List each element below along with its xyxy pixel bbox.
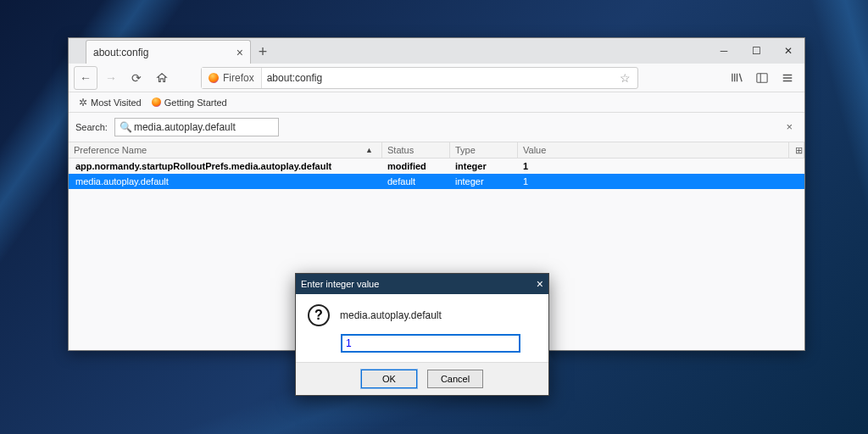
cell-name: media.autoplay.default	[69, 176, 382, 186]
sidebar-icon[interactable]	[750, 66, 774, 90]
bookmarks-toolbar: ✲ Most Visited Getting Started	[69, 92, 804, 113]
cell-type: integer	[450, 176, 518, 186]
column-picker-icon[interactable]: ⊞	[789, 142, 804, 158]
cancel-button[interactable]: Cancel	[427, 370, 483, 388]
integer-input[interactable]	[342, 335, 520, 352]
forward-button[interactable]: →	[99, 66, 123, 90]
cell-type: integer	[450, 161, 518, 171]
url-input[interactable]	[262, 72, 613, 84]
close-icon[interactable]: ×	[236, 46, 243, 59]
minimize-button[interactable]: ─	[708, 38, 740, 64]
dialog-titlebar[interactable]: Enter integer value ×	[296, 274, 548, 294]
url-bar[interactable]: Firefox ☆	[201, 67, 638, 89]
ok-button[interactable]: OK	[361, 370, 417, 388]
col-type[interactable]: Type	[450, 142, 518, 158]
col-status[interactable]: Status	[382, 142, 450, 158]
pref-row[interactable]: media.autoplay.defaultdefaultinteger1	[69, 174, 804, 189]
dialog-title: Enter integer value	[301, 279, 379, 289]
nav-toolbar: ← → ⟳ Firefox ☆	[69, 64, 804, 92]
new-tab-button[interactable]: +	[251, 40, 275, 64]
tab-strip: about:config × + ─ ☐ ✕	[69, 38, 804, 64]
cell-status: modified	[382, 161, 450, 171]
firefox-icon	[209, 73, 219, 83]
sort-asc-icon: ▲	[365, 146, 373, 154]
column-headers: Preference Name ▲ Status Type Value ⊞	[69, 142, 804, 159]
search-input[interactable]	[114, 118, 279, 136]
browser-tab[interactable]: about:config ×	[86, 40, 251, 64]
maximize-button[interactable]: ☐	[740, 38, 772, 64]
clear-search-icon[interactable]: ×	[786, 120, 793, 133]
window-controls: ─ ☐ ✕	[708, 38, 804, 64]
firefox-icon	[152, 97, 161, 107]
tab-title: about:config	[93, 47, 148, 58]
menu-button[interactable]	[776, 66, 799, 90]
identity-label: Firefox	[223, 72, 254, 84]
cell-value: 1	[518, 176, 804, 186]
col-preference-name[interactable]: Preference Name ▲	[69, 142, 382, 158]
close-window-button[interactable]: ✕	[772, 38, 804, 64]
svg-rect-0	[757, 73, 767, 82]
dialog-pref-name: media.autoplay.default	[340, 309, 442, 321]
cell-status: default	[382, 176, 450, 186]
integer-dialog: Enter integer value × ? media.autoplay.d…	[295, 273, 549, 396]
cell-name: app.normandy.startupRolloutPrefs.media.a…	[69, 161, 382, 171]
search-icon: 🔍	[120, 121, 132, 133]
home-button[interactable]	[150, 66, 174, 90]
bookmark-most-visited[interactable]: ✲ Most Visited	[79, 97, 142, 108]
bookmark-star-icon[interactable]: ☆	[613, 71, 637, 85]
pref-row[interactable]: app.normandy.startupRolloutPrefs.media.a…	[69, 159, 804, 174]
bookmark-getting-started[interactable]: Getting Started	[152, 97, 227, 108]
identity-box[interactable]: Firefox	[202, 68, 262, 88]
gear-icon: ✲	[79, 97, 87, 108]
search-label: Search:	[75, 122, 108, 132]
search-row: Search: 🔍 ×	[69, 113, 804, 142]
cell-value: 1	[518, 161, 804, 171]
question-icon: ?	[308, 304, 330, 326]
back-button[interactable]: ←	[74, 66, 97, 90]
col-value[interactable]: Value	[518, 142, 789, 158]
library-icon[interactable]	[725, 66, 748, 90]
bookmark-label: Getting Started	[164, 97, 227, 108]
reload-button[interactable]: ⟳	[125, 66, 148, 90]
pref-rows: app.normandy.startupRolloutPrefs.media.a…	[69, 159, 804, 189]
close-icon[interactable]: ×	[537, 277, 543, 291]
bookmark-label: Most Visited	[91, 97, 142, 108]
